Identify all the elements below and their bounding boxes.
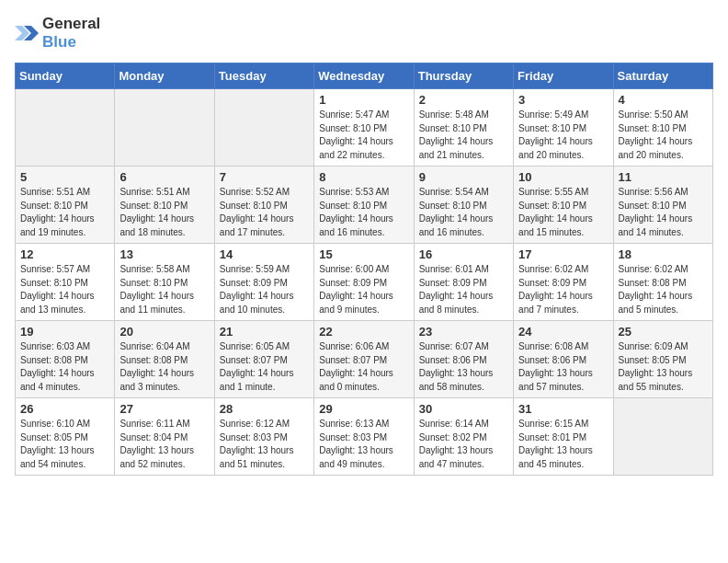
calendar-cell: 30Sunrise: 6:14 AM Sunset: 8:02 PM Dayli… [414, 398, 513, 476]
calendar-cell: 19Sunrise: 6:03 AM Sunset: 8:08 PM Dayli… [16, 321, 115, 398]
logo-icon [15, 20, 40, 46]
calendar-cell: 13Sunrise: 5:58 AM Sunset: 8:10 PM Dayli… [115, 244, 214, 321]
weekday-header-wednesday: Wednesday [314, 63, 414, 89]
day-number: 26 [20, 402, 109, 416]
day-number: 3 [518, 93, 608, 107]
day-number: 15 [319, 247, 408, 261]
calendar-cell: 22Sunrise: 6:06 AM Sunset: 8:07 PM Dayli… [314, 321, 414, 398]
day-info: Sunrise: 6:01 AM Sunset: 8:09 PM Dayligh… [419, 263, 508, 316]
calendar-cell: 18Sunrise: 6:02 AM Sunset: 8:08 PM Dayli… [613, 244, 712, 321]
calendar-cell: 15Sunrise: 6:00 AM Sunset: 8:09 PM Dayli… [314, 244, 414, 321]
day-info: Sunrise: 6:06 AM Sunset: 8:07 PM Dayligh… [319, 340, 408, 394]
calendar-cell: 8Sunrise: 5:53 AM Sunset: 8:10 PM Daylig… [314, 167, 414, 244]
weekday-header-saturday: Saturday [613, 63, 712, 89]
calendar-cell: 16Sunrise: 6:01 AM Sunset: 8:09 PM Dayli… [414, 244, 513, 321]
day-number: 10 [518, 170, 608, 184]
weekday-header-friday: Friday [514, 63, 613, 89]
calendar-cell: 29Sunrise: 6:13 AM Sunset: 8:03 PM Dayli… [314, 398, 414, 476]
day-info: Sunrise: 5:48 AM Sunset: 8:10 PM Dayligh… [419, 109, 508, 162]
day-number: 18 [619, 247, 708, 261]
day-info: Sunrise: 5:51 AM Sunset: 8:10 PM Dayligh… [20, 186, 109, 239]
day-info: Sunrise: 6:14 AM Sunset: 8:02 PM Dayligh… [419, 418, 508, 471]
calendar-week-row: 5Sunrise: 5:51 AM Sunset: 8:10 PM Daylig… [16, 167, 713, 244]
logo-blue: Blue [42, 33, 76, 51]
calendar-cell [613, 398, 712, 476]
day-number: 19 [20, 325, 109, 339]
day-info: Sunrise: 6:12 AM Sunset: 8:03 PM Dayligh… [220, 418, 309, 471]
day-info: Sunrise: 5:52 AM Sunset: 8:10 PM Dayligh… [220, 186, 309, 239]
calendar-cell: 1Sunrise: 5:47 AM Sunset: 8:10 PM Daylig… [314, 89, 414, 167]
calendar-cell [115, 89, 214, 167]
day-info: Sunrise: 5:59 AM Sunset: 8:09 PM Dayligh… [220, 263, 309, 316]
day-info: Sunrise: 6:11 AM Sunset: 8:04 PM Dayligh… [119, 418, 209, 471]
day-number: 8 [319, 170, 408, 184]
calendar-cell: 17Sunrise: 6:02 AM Sunset: 8:09 PM Dayli… [514, 244, 613, 321]
calendar-cell [214, 89, 313, 167]
weekday-header-monday: Monday [115, 63, 214, 89]
calendar-cell: 6Sunrise: 5:51 AM Sunset: 8:10 PM Daylig… [115, 167, 214, 244]
day-info: Sunrise: 6:05 AM Sunset: 8:07 PM Dayligh… [220, 340, 309, 394]
calendar-cell: 3Sunrise: 5:49 AM Sunset: 8:10 PM Daylig… [514, 89, 613, 167]
day-number: 25 [619, 325, 708, 339]
calendar-cell: 21Sunrise: 6:05 AM Sunset: 8:07 PM Dayli… [214, 321, 313, 398]
calendar-cell: 20Sunrise: 6:04 AM Sunset: 8:08 PM Dayli… [115, 321, 214, 398]
day-number: 9 [419, 170, 508, 184]
calendar-week-row: 12Sunrise: 5:57 AM Sunset: 8:10 PM Dayli… [16, 244, 713, 321]
day-info: Sunrise: 6:02 AM Sunset: 8:08 PM Dayligh… [619, 263, 708, 316]
calendar-cell: 28Sunrise: 6:12 AM Sunset: 8:03 PM Dayli… [214, 398, 313, 476]
logo: General Blue [15, 15, 100, 52]
day-number: 24 [518, 325, 608, 339]
day-info: Sunrise: 6:10 AM Sunset: 8:05 PM Dayligh… [20, 418, 109, 471]
day-info: Sunrise: 5:58 AM Sunset: 8:10 PM Dayligh… [119, 263, 209, 316]
day-info: Sunrise: 6:00 AM Sunset: 8:09 PM Dayligh… [319, 263, 408, 316]
logo-general: General [42, 15, 100, 32]
day-number: 27 [119, 402, 209, 416]
day-info: Sunrise: 6:08 AM Sunset: 8:06 PM Dayligh… [518, 340, 608, 394]
weekday-header-tuesday: Tuesday [214, 63, 313, 89]
day-number: 16 [419, 247, 508, 261]
calendar-cell: 26Sunrise: 6:10 AM Sunset: 8:05 PM Dayli… [16, 398, 115, 476]
day-number: 2 [419, 93, 508, 107]
day-info: Sunrise: 5:51 AM Sunset: 8:10 PM Dayligh… [119, 186, 209, 239]
day-info: Sunrise: 6:02 AM Sunset: 8:09 PM Dayligh… [518, 263, 608, 316]
day-number: 22 [319, 325, 408, 339]
calendar-cell: 14Sunrise: 5:59 AM Sunset: 8:09 PM Dayli… [214, 244, 313, 321]
day-number: 14 [220, 247, 309, 261]
calendar-header-row: SundayMondayTuesdayWednesdayThursdayFrid… [16, 63, 713, 89]
day-info: Sunrise: 5:50 AM Sunset: 8:10 PM Dayligh… [619, 109, 708, 162]
day-info: Sunrise: 6:13 AM Sunset: 8:03 PM Dayligh… [319, 418, 408, 471]
calendar-cell: 2Sunrise: 5:48 AM Sunset: 8:10 PM Daylig… [414, 89, 513, 167]
day-number: 6 [119, 170, 209, 184]
day-number: 20 [119, 325, 209, 339]
day-info: Sunrise: 5:47 AM Sunset: 8:10 PM Dayligh… [319, 109, 408, 162]
calendar-cell: 7Sunrise: 5:52 AM Sunset: 8:10 PM Daylig… [214, 167, 313, 244]
calendar-cell: 12Sunrise: 5:57 AM Sunset: 8:10 PM Dayli… [16, 244, 115, 321]
calendar-table: SundayMondayTuesdayWednesdayThursdayFrid… [15, 63, 713, 476]
weekday-header-thursday: Thursday [414, 63, 513, 89]
day-number: 7 [220, 170, 309, 184]
day-number: 13 [119, 247, 209, 261]
day-number: 12 [20, 247, 109, 261]
day-info: Sunrise: 6:15 AM Sunset: 8:01 PM Dayligh… [518, 418, 608, 471]
calendar-cell: 23Sunrise: 6:07 AM Sunset: 8:06 PM Dayli… [414, 321, 513, 398]
calendar-cell: 11Sunrise: 5:56 AM Sunset: 8:10 PM Dayli… [613, 167, 712, 244]
day-number: 29 [319, 402, 408, 416]
calendar-cell: 27Sunrise: 6:11 AM Sunset: 8:04 PM Dayli… [115, 398, 214, 476]
page-header: General Blue [15, 15, 713, 52]
day-info: Sunrise: 5:53 AM Sunset: 8:10 PM Dayligh… [319, 186, 408, 239]
day-number: 5 [20, 170, 109, 184]
day-number: 30 [419, 402, 508, 416]
day-info: Sunrise: 5:54 AM Sunset: 8:10 PM Dayligh… [419, 186, 508, 239]
day-info: Sunrise: 5:55 AM Sunset: 8:10 PM Dayligh… [518, 186, 608, 239]
calendar-cell: 5Sunrise: 5:51 AM Sunset: 8:10 PM Daylig… [16, 167, 115, 244]
day-info: Sunrise: 5:49 AM Sunset: 8:10 PM Dayligh… [518, 109, 608, 162]
calendar-week-row: 1Sunrise: 5:47 AM Sunset: 8:10 PM Daylig… [16, 89, 713, 167]
day-number: 1 [319, 93, 408, 107]
calendar-cell: 25Sunrise: 6:09 AM Sunset: 8:05 PM Dayli… [613, 321, 712, 398]
day-info: Sunrise: 6:03 AM Sunset: 8:08 PM Dayligh… [20, 340, 109, 394]
calendar-cell: 24Sunrise: 6:08 AM Sunset: 8:06 PM Dayli… [514, 321, 613, 398]
calendar-cell [16, 89, 115, 167]
day-number: 23 [419, 325, 508, 339]
day-number: 11 [619, 170, 708, 184]
day-number: 4 [619, 93, 708, 107]
